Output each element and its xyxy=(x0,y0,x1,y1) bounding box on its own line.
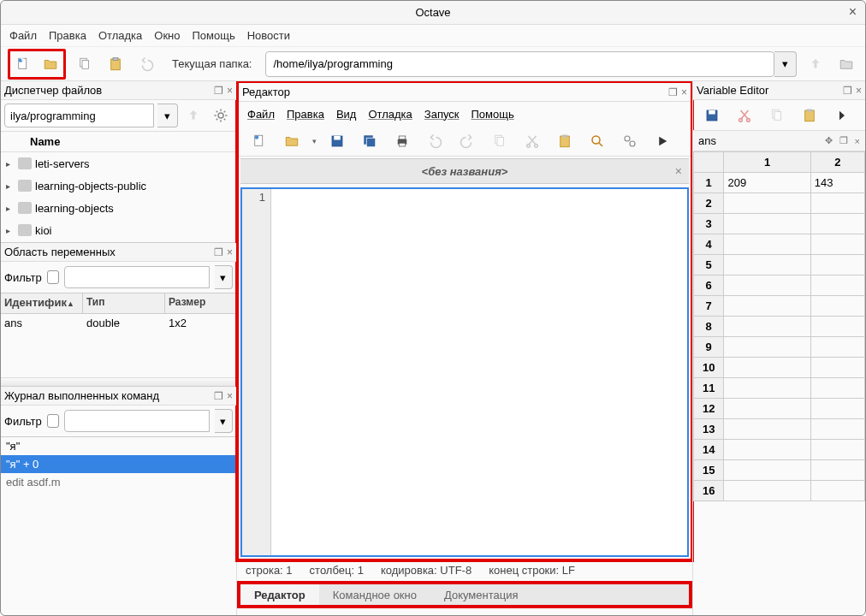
expand-icon[interactable]: ▸ xyxy=(6,159,15,169)
fm-gear-icon[interactable] xyxy=(209,104,233,127)
grid-row-header[interactable]: 9 xyxy=(694,337,724,358)
expand-icon[interactable]: ▸ xyxy=(6,204,15,213)
grid-row-header[interactable]: 12 xyxy=(694,399,724,419)
grid-row-header[interactable]: 8 xyxy=(694,317,724,337)
grid-cell[interactable] xyxy=(724,296,810,317)
fm-path-dropdown[interactable]: ▾ xyxy=(157,104,178,127)
current-folder-dropdown[interactable]: ▾ xyxy=(774,51,797,77)
ed-close-icon[interactable]: × xyxy=(681,86,687,98)
ed-print-icon[interactable] xyxy=(390,129,414,153)
grid-cell[interactable] xyxy=(724,419,810,440)
grid-row-header[interactable]: 2 xyxy=(694,193,724,214)
grid-cell[interactable] xyxy=(810,399,864,419)
ed-open-icon[interactable] xyxy=(280,129,304,153)
grid-cell[interactable] xyxy=(810,193,864,214)
grid-cell[interactable] xyxy=(810,296,864,317)
ed-save-icon[interactable] xyxy=(325,129,349,153)
ve-tab-move-icon[interactable]: ✥ xyxy=(825,135,833,146)
grid-row-header[interactable]: 5 xyxy=(694,255,724,275)
grid-col-header[interactable]: 1 xyxy=(724,152,810,173)
grid-row-header[interactable]: 16 xyxy=(694,481,724,501)
browse-folder-button[interactable] xyxy=(834,52,858,76)
grid-cell[interactable] xyxy=(810,275,864,296)
hist-filter-input[interactable] xyxy=(64,410,210,432)
grid-cell[interactable] xyxy=(724,193,810,214)
grid-cell[interactable] xyxy=(810,440,864,460)
grid-cell[interactable] xyxy=(810,317,864,337)
ed-menu-view[interactable]: Вид xyxy=(336,108,357,121)
grid-cell[interactable] xyxy=(724,255,810,275)
new-script-button[interactable]: + xyxy=(11,52,35,76)
ed-settings-icon[interactable] xyxy=(618,129,642,153)
ve-cut-icon[interactable] xyxy=(733,104,756,127)
ed-run-icon[interactable] xyxy=(650,129,674,153)
editor-code[interactable] xyxy=(271,189,687,555)
grid-cell[interactable] xyxy=(810,419,864,440)
ws-scrollbar[interactable] xyxy=(1,377,236,386)
ws-filter-dropdown[interactable]: ▾ xyxy=(215,265,233,289)
grid-row-header[interactable]: 15 xyxy=(694,460,724,481)
file-row[interactable]: ▸leti-servers xyxy=(1,152,236,175)
ed-redo-icon[interactable] xyxy=(455,129,479,153)
ed-menu-debug[interactable]: Отладка xyxy=(368,108,412,121)
grid-cell[interactable] xyxy=(810,481,864,501)
ed-menu-run[interactable]: Запуск xyxy=(424,108,460,121)
editor-tab[interactable]: <без названия> xyxy=(422,165,508,178)
ws-close-icon[interactable]: × xyxy=(227,246,233,258)
menu-news[interactable]: Новости xyxy=(247,29,290,42)
hist-filter-dropdown[interactable]: ▾ xyxy=(215,409,233,433)
ws-filter-input[interactable] xyxy=(64,266,210,288)
grid-cell[interactable] xyxy=(724,214,810,234)
grid-cell[interactable] xyxy=(810,358,864,378)
ed-saveall-icon[interactable] xyxy=(358,129,382,153)
ve-close-icon[interactable]: × xyxy=(856,85,862,97)
ws-col-id[interactable]: Идентифик▲ xyxy=(1,293,83,313)
grid-cell[interactable] xyxy=(810,214,864,234)
file-row[interactable]: ▸learning-objects xyxy=(1,197,236,219)
folder-up-button[interactable] xyxy=(804,52,827,76)
fm-up-icon[interactable] xyxy=(181,104,205,127)
fm-undock-icon[interactable]: ❐ xyxy=(214,85,223,97)
grid-cell[interactable] xyxy=(810,337,864,358)
grid-row-header[interactable]: 13 xyxy=(694,419,724,440)
menu-window[interactable]: Окно xyxy=(154,29,180,42)
ws-col-type[interactable]: Тип xyxy=(83,293,165,313)
copy-button[interactable] xyxy=(73,52,97,76)
editor-code-area[interactable]: 1 xyxy=(240,187,689,557)
history-item[interactable]: "я" + 0 xyxy=(1,455,236,473)
grid-row-header[interactable]: 11 xyxy=(694,378,724,399)
grid-cell[interactable] xyxy=(724,481,810,501)
history-item[interactable]: edit asdf.m xyxy=(1,473,236,491)
grid-row-header[interactable]: 1 xyxy=(694,173,724,193)
ve-paste-icon[interactable] xyxy=(798,104,822,127)
paste-button[interactable] xyxy=(104,52,128,76)
ws-col-size[interactable]: Размер xyxy=(165,293,236,313)
hist-close-icon[interactable]: × xyxy=(227,390,233,402)
ed-undock-icon[interactable]: ❐ xyxy=(668,86,678,98)
expand-icon[interactable]: ▸ xyxy=(6,226,15,235)
grid-row-header[interactable]: 10 xyxy=(694,358,724,378)
editor-tab-close[interactable]: × xyxy=(675,164,682,178)
file-list-header-name[interactable]: Name xyxy=(1,132,236,152)
grid-cell[interactable] xyxy=(810,378,864,399)
menu-edit[interactable]: Правка xyxy=(49,29,86,42)
grid-cell[interactable] xyxy=(724,460,810,481)
ve-tab-undock-icon[interactable]: ❐ xyxy=(839,135,848,146)
open-folder-button[interactable] xyxy=(39,52,62,76)
window-close-button[interactable]: × xyxy=(849,4,857,20)
grid-cell[interactable]: 209 xyxy=(724,173,810,193)
grid-row-header[interactable]: 6 xyxy=(694,275,724,296)
ve-tab-close-icon[interactable]: × xyxy=(855,136,860,146)
expand-icon[interactable]: ▸ xyxy=(6,181,15,191)
menu-file[interactable]: Файл xyxy=(9,29,37,42)
ws-filter-checkbox[interactable] xyxy=(47,270,59,284)
grid-cell[interactable] xyxy=(724,337,810,358)
grid-cell[interactable] xyxy=(724,440,810,460)
ed-undo-icon[interactable] xyxy=(423,129,447,153)
ve-more-icon[interactable] xyxy=(830,104,854,127)
ed-find-icon[interactable] xyxy=(585,129,609,153)
ws-undock-icon[interactable]: ❐ xyxy=(214,246,223,258)
grid-cell[interactable] xyxy=(724,275,810,296)
ve-undock-icon[interactable]: ❐ xyxy=(843,85,852,97)
fm-path-combo[interactable]: ilya/programming xyxy=(4,104,154,127)
